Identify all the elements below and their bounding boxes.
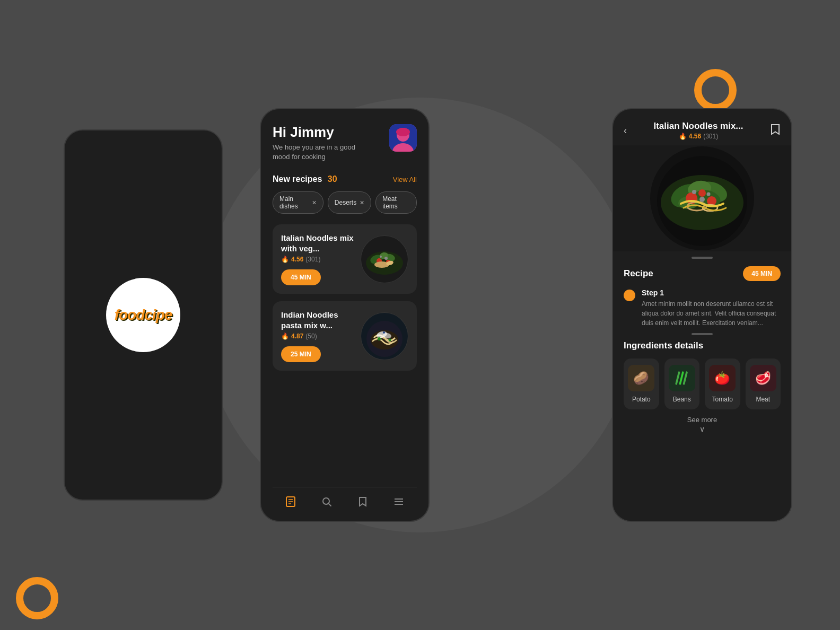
chevron-down-icon[interactable]: ∨ — [624, 425, 781, 433]
svg-point-22 — [383, 331, 385, 334]
recipe-section-header: Recipe 45 MIN — [624, 264, 781, 281]
avatar[interactable] — [389, 124, 417, 152]
nav-bookmark-icon[interactable] — [357, 496, 369, 510]
greeting-subtitle: We hope you are in a good mood for cooki… — [273, 143, 357, 162]
ingredient-card-potato[interactable]: 🥔 Potato — [624, 358, 659, 409]
main-food-svg — [649, 145, 755, 251]
step-description: Amet minim mollit non deserunt ullamco e… — [642, 299, 781, 328]
svg-point-3 — [396, 128, 410, 136]
ingredients-grid: 🥔 Potato Beans — [624, 358, 781, 409]
ingredient-name-tomato: Tomato — [712, 396, 733, 403]
ingredient-card-meat[interactable]: 🥩 Meat — [746, 358, 781, 409]
ingredient-card-beans[interactable]: Beans — [664, 358, 700, 409]
bookmark-nav-svg — [357, 496, 369, 508]
step-title: Step 1 — [642, 288, 781, 297]
ingredient-name-beans: Beans — [673, 396, 691, 403]
recipe-card-1-title: Italian Noodles mix with veg... — [281, 233, 354, 253]
see-more[interactable]: See more ∨ — [624, 409, 781, 438]
view-all-link[interactable]: View All — [393, 176, 417, 183]
right-header: ‹ Italian Noodles mix... 🔥 4.56 (301) — [613, 109, 791, 145]
new-recipes-label: New recipes — [273, 174, 322, 183]
recipe-card-2-rating: 🔥 4.87 (50) — [281, 332, 354, 340]
greeting-name: Hi Jimmy — [273, 124, 357, 141]
new-recipes-row: New recipes 30 View All — [273, 174, 417, 184]
filter-chip-meat[interactable]: Meat items — [375, 191, 417, 214]
salad-svg-1 — [361, 235, 408, 283]
recipe-card-2-image — [361, 312, 408, 360]
fire-icon-1: 🔥 — [281, 256, 289, 263]
ingredient-icon-potato: 🥔 — [628, 365, 654, 391]
ingredient-name-meat: Meat — [756, 396, 770, 403]
mid-header: Hi Jimmy We hope you are in a good mood … — [273, 124, 417, 162]
recipe-card-1-image — [361, 235, 408, 283]
greeting-text: Hi Jimmy We hope you are in a good mood … — [273, 124, 357, 162]
filter-chip-deserts[interactable]: Deserts ✕ — [328, 191, 371, 214]
rating-count-1: (301) — [305, 256, 320, 263]
svg-point-42 — [698, 189, 706, 197]
phone-middle: Hi Jimmy We hope you are in a good mood … — [260, 108, 430, 522]
logo-circle: foodcipe — [106, 278, 180, 352]
bookmark-button[interactable] — [770, 124, 781, 138]
recipe-card-1-info: Italian Noodles mix with veg... 🔥 4.56 (… — [281, 233, 354, 285]
time-button-2[interactable]: 25 MIN — [281, 346, 321, 362]
logo-text: foodcipe — [115, 307, 172, 323]
filter-chips: Main dishes ✕ Deserts ✕ Meat items — [273, 191, 417, 214]
right-rating-val: 4.56 — [689, 133, 701, 140]
orange-ring-bottom-left — [16, 577, 58, 619]
step-content: Step 1 Amet minim mollit non deserunt ul… — [642, 288, 781, 328]
right-rating-count: (301) — [703, 133, 718, 140]
orange-ring-top-right — [694, 69, 737, 111]
recipe-time-badge[interactable]: 45 MIN — [743, 266, 781, 281]
phone-right: ‹ Italian Noodles mix... 🔥 4.56 (301) — [612, 108, 792, 522]
recipe-card-1[interactable]: Italian Noodles mix with veg... 🔥 4.56 (… — [273, 224, 417, 294]
right-subtitle: 🔥 4.56 (301) — [627, 133, 770, 140]
recipe-card-2[interactable]: Indian Noodles pasta mix w... 🔥 4.87 (50… — [273, 301, 417, 371]
bottom-nav — [273, 487, 417, 521]
rating-val-2: 4.87 — [291, 332, 303, 340]
beans-svg — [672, 369, 692, 388]
food-image-area — [613, 145, 791, 251]
new-recipes-count: 30 — [328, 174, 337, 183]
filter-chip-x-2[interactable]: ✕ — [360, 199, 364, 206]
nav-menu-icon[interactable] — [393, 496, 405, 510]
rating-val-1: 4.56 — [291, 256, 303, 263]
recipe-card-1-rating: 🔥 4.56 (301) — [281, 256, 354, 263]
bookmark-icon — [770, 124, 781, 135]
see-more-text[interactable]: See more — [624, 416, 781, 424]
svg-point-13 — [380, 256, 382, 258]
ingredient-card-tomato[interactable]: 🍅 Tomato — [705, 358, 740, 409]
filter-chip-main-dishes[interactable]: Main dishes ✕ — [273, 191, 323, 214]
search-nav-svg — [321, 496, 332, 508]
svg-line-28 — [329, 504, 331, 506]
recipe-card-2-info: Indian Noodles pasta mix w... 🔥 4.87 (50… — [281, 310, 354, 362]
svg-point-46 — [692, 190, 696, 194]
step-dot — [624, 290, 635, 301]
svg-point-12 — [384, 257, 388, 260]
ingredient-icon-tomato: 🍅 — [709, 365, 736, 391]
ingredient-name-potato: Potato — [632, 396, 651, 403]
fire-icon-right: 🔥 — [679, 133, 687, 140]
svg-point-45 — [699, 197, 705, 202]
avatar-image — [389, 124, 417, 152]
nav-recipe-icon[interactable] — [285, 496, 296, 510]
right-title: Italian Noodles mix... — [627, 121, 770, 132]
drag-handle — [692, 257, 713, 259]
phone-left: foodcipe — [64, 129, 223, 501]
pasta-svg — [361, 312, 408, 360]
recipe-section-label: Recipe — [624, 268, 653, 279]
ingredient-icon-meat: 🥩 — [750, 365, 776, 391]
fire-icon-2: 🔥 — [281, 332, 289, 340]
bottom-sheet: Recipe 45 MIN Step 1 Amet minim mollit n… — [613, 264, 791, 521]
nav-search-icon[interactable] — [321, 496, 332, 510]
new-recipes-label-area: New recipes 30 — [273, 174, 337, 184]
ingredient-icon-beans — [669, 365, 695, 391]
filter-chip-x[interactable]: ✕ — [312, 199, 317, 206]
svg-point-20 — [378, 337, 381, 340]
time-button-1[interactable]: 45 MIN — [281, 269, 321, 285]
avatar-svg — [389, 124, 417, 152]
drag-handle-2 — [692, 333, 713, 335]
menu-nav-svg — [393, 496, 405, 508]
step-1-row: Step 1 Amet minim mollit non deserunt ul… — [624, 288, 781, 328]
recipe-card-2-title: Indian Noodles pasta mix w... — [281, 310, 354, 330]
filter-chip-label-3: Meat items — [382, 195, 410, 210]
